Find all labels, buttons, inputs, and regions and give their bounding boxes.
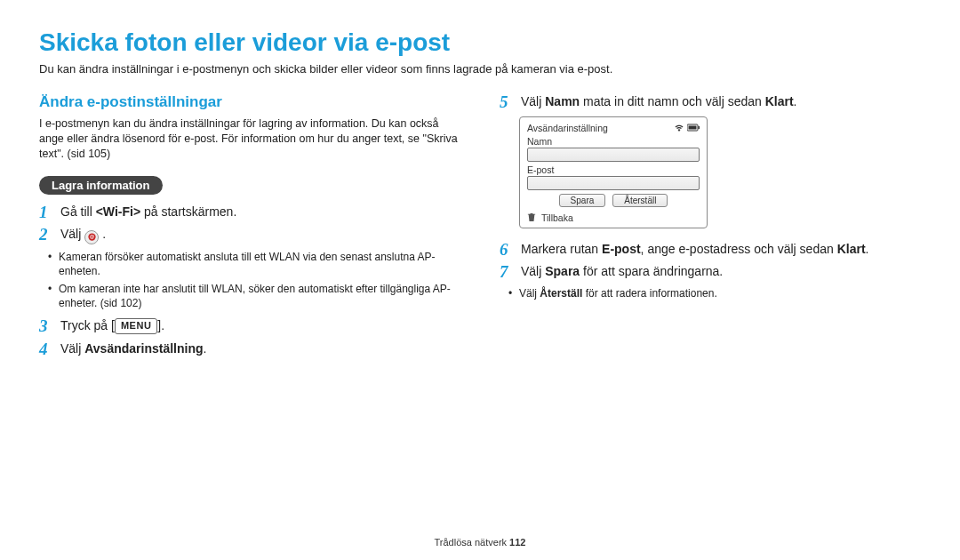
text: Välj bbox=[519, 287, 540, 300]
section-heading: Ändra e-postinställningar bbox=[39, 93, 460, 111]
text: Tryck på [ bbox=[60, 318, 115, 332]
save-button[interactable]: Spara bbox=[559, 194, 606, 207]
step-7: 7 Välj Spara för att spara ändringarna. bbox=[500, 263, 921, 281]
step-number: 5 bbox=[500, 93, 512, 110]
step-2: 2 Välj @ . bbox=[39, 226, 460, 244]
text-bold: Klart bbox=[765, 94, 794, 108]
text: Gå till bbox=[60, 204, 96, 219]
step-number: 2 bbox=[39, 226, 52, 243]
step-2-bullets: Kameran försöker automatiskt ansluta til… bbox=[39, 250, 460, 311]
text: för att radera informationen. bbox=[582, 287, 716, 300]
step-number: 7 bbox=[500, 263, 512, 280]
step-1: 1 Gå till <Wi-Fi> på startskärmen. bbox=[39, 204, 460, 221]
namn-label: Namn bbox=[527, 136, 700, 147]
panel-title: Avsändarinställning bbox=[527, 123, 608, 133]
footer-text: Trådlösa nätverk bbox=[435, 537, 510, 548]
svg-text:@: @ bbox=[90, 235, 94, 240]
text-bold: Återställ bbox=[540, 287, 582, 300]
text: . bbox=[204, 341, 207, 356]
epost-input[interactable] bbox=[527, 176, 700, 190]
badge-lagra-information: Lagra information bbox=[39, 176, 163, 195]
step-6: 6 Markera rutan E-post, ange e-postadres… bbox=[500, 241, 921, 259]
email-at-icon: @ bbox=[84, 230, 99, 244]
step-4: 4 Välj Avsändarinställning. bbox=[39, 340, 460, 358]
text: . bbox=[102, 227, 106, 241]
text: på startskärmen. bbox=[140, 204, 236, 219]
back-label[interactable]: Tillbaka bbox=[541, 212, 573, 223]
text-bold: <Wi-Fi> bbox=[96, 204, 140, 219]
text: Markera rutan bbox=[521, 242, 602, 256]
intro-text: Du kan ändra inställningar i e-postmenyn… bbox=[39, 62, 921, 76]
text: ]. bbox=[157, 318, 164, 332]
text: . bbox=[794, 94, 797, 108]
step-number: 4 bbox=[39, 340, 52, 357]
namn-input[interactable] bbox=[527, 148, 700, 162]
text-bold: Spara bbox=[545, 264, 580, 278]
trash-icon[interactable] bbox=[527, 212, 536, 224]
bullet: Om kameran inte har anslutit till WLAN, … bbox=[59, 282, 460, 310]
section-text: I e-postmenyn kan du ändra inställningar… bbox=[39, 116, 460, 162]
text-bold: E-post bbox=[602, 242, 641, 256]
page-footer: Trådlösa nätverk 112 bbox=[0, 537, 960, 548]
step-5: 5 Välj Namn mata in ditt namn och välj s… bbox=[500, 93, 921, 111]
page-title: Skicka foton eller videor via e-post bbox=[39, 28, 921, 57]
wifi-icon bbox=[674, 123, 684, 133]
left-column: Ändra e-postinställningar I e-postmenyn … bbox=[39, 93, 460, 364]
text: Välj bbox=[60, 341, 84, 356]
svg-rect-4 bbox=[689, 125, 697, 129]
right-column: 5 Välj Namn mata in ditt namn och välj s… bbox=[500, 93, 921, 364]
text: Välj bbox=[60, 227, 84, 241]
menu-key: MENU bbox=[115, 318, 157, 333]
text-bold: Klart bbox=[837, 242, 866, 256]
text: . bbox=[866, 242, 869, 256]
epost-label: E-post bbox=[527, 164, 700, 175]
svg-rect-3 bbox=[699, 126, 700, 129]
bullet: Välj Återställ för att radera informatio… bbox=[519, 286, 921, 300]
page-number: 112 bbox=[509, 537, 525, 548]
step-number: 1 bbox=[39, 204, 52, 220]
battery-icon bbox=[687, 123, 700, 133]
step-number: 3 bbox=[39, 317, 52, 334]
step-3: 3 Tryck på [MENU]. bbox=[39, 317, 460, 335]
text: Välj bbox=[521, 94, 545, 108]
text: , ange e-postadress och välj sedan bbox=[641, 242, 837, 256]
text-bold: Avsändarinställning bbox=[84, 341, 203, 356]
text: mata in ditt namn och välj sedan bbox=[580, 94, 765, 108]
step-7-bullets: Välj Återställ för att radera informatio… bbox=[500, 286, 921, 300]
text: för att spara ändringarna. bbox=[580, 264, 723, 278]
bullet: Kameran försöker automatiskt ansluta til… bbox=[59, 250, 460, 278]
reset-button[interactable]: Återställ bbox=[612, 194, 668, 207]
text-bold: Namn bbox=[545, 94, 580, 108]
text: Välj bbox=[521, 264, 545, 278]
step-number: 6 bbox=[500, 241, 512, 258]
camera-settings-panel: Avsändarinställning Namn E-post Sp bbox=[519, 116, 708, 228]
